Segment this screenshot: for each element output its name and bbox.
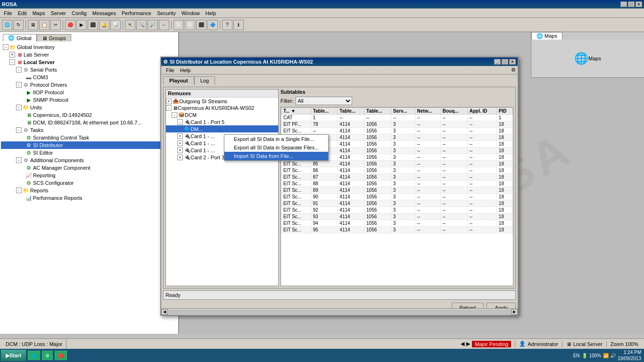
- toolbar-btn-19[interactable]: ?: [222, 20, 232, 30]
- taskbar-app-2[interactable]: ⚙: [42, 351, 53, 360]
- table-row[interactable]: EIT Sc... 95 4114 1056 3 -- -- -- 18: [281, 227, 513, 233]
- expander-card1-4[interactable]: +: [177, 148, 183, 153]
- expander-additional[interactable]: -: [16, 157, 22, 163]
- table-row[interactable]: EIT Sc... 94 4114 1056 3 -- -- -- 18: [281, 220, 513, 227]
- nav-next-icon[interactable]: ▶: [466, 341, 470, 347]
- toolbar-btn-13[interactable]: 🔎: [148, 20, 158, 30]
- maximize-btn[interactable]: □: [628, 1, 635, 7]
- minimize-btn[interactable]: _: [620, 1, 627, 7]
- toolbar-btn-4[interactable]: 📋: [39, 20, 50, 30]
- expander-local[interactable]: -: [9, 59, 15, 65]
- menu-edit[interactable]: Edit: [15, 9, 30, 17]
- tree-item-reports[interactable]: - 📁 Reports: [1, 187, 177, 194]
- tree-item-copernicus[interactable]: 🖥 Copernicus, ID:14924502: [1, 111, 177, 119]
- table-row[interactable]: EIT Sc... 90 4114 1056 3 -- -- -- 18: [281, 194, 513, 200]
- table-row[interactable]: CAT 1 -- -- -- -- -- -- 1: [281, 115, 513, 121]
- tree-item-si-editor[interactable]: ⚙ SI Editor: [1, 149, 177, 156]
- toolbar-btn-1[interactable]: 🌐: [2, 20, 12, 30]
- remux-item-dm[interactable]: 🔷 DM...: [166, 125, 278, 132]
- table-row[interactable]: EIT Sc... 86 4114 1056 3 -- -- -- 18: [281, 167, 513, 174]
- start-button[interactable]: ▶ Start: [1, 350, 26, 361]
- toolbar-btn-6[interactable]: 🔴: [65, 20, 75, 30]
- toolbar-btn-5[interactable]: ✂: [50, 20, 61, 30]
- tree-item-global-inventory[interactable]: - 📁 Global Inventory: [1, 43, 177, 51]
- toolbar-btn-16[interactable]: ⬜: [185, 20, 195, 30]
- expander-protocol[interactable]: -: [16, 82, 22, 88]
- expander-serial[interactable]: -: [16, 67, 22, 73]
- dialog-close-btn[interactable]: ×: [509, 59, 516, 65]
- toolbar-btn-18[interactable]: 🔷: [207, 20, 218, 30]
- tree-item-reporting[interactable]: 📈 Reporting: [1, 172, 177, 179]
- toolbar-btn-8[interactable]: ⬛: [88, 20, 98, 30]
- tree-item-perf-reports[interactable]: 📊 Performance Reports: [1, 194, 177, 202]
- toolbar-btn-12[interactable]: 🔍: [136, 20, 147, 30]
- tree-item-com3[interactable]: ▬ COM3: [1, 74, 177, 81]
- tree-item-iiop[interactable]: ▶ IIOP Protocol: [1, 89, 177, 96]
- ctx-import[interactable]: Import SI Data from File...: [224, 152, 328, 160]
- table-row[interactable]: EIT Sc... 93 4114 1056 3 -- -- -- 18: [281, 214, 513, 220]
- remux-item-dcm[interactable]: - 📦 DCM: [166, 111, 278, 118]
- expander-reports[interactable]: -: [16, 188, 22, 193]
- maps-tab[interactable]: 🌐 Maps: [531, 32, 562, 40]
- filter-select[interactable]: All EIT CAT NIT SDT: [296, 97, 352, 105]
- expander-outgoing[interactable]: +: [166, 99, 172, 104]
- table-row[interactable]: EIT Sc... 89 4114 1056 3 -- -- -- 18: [281, 187, 513, 194]
- tree-item-units[interactable]: - 📁 Units: [1, 104, 177, 111]
- tree-item-ac-manager[interactable]: ⚙ AC Manager Component: [1, 164, 177, 172]
- dialog-maximize-btn[interactable]: □: [502, 59, 508, 65]
- toolbar-btn-10[interactable]: 📊: [110, 20, 121, 30]
- toolbar-btn-11[interactable]: ↖: [125, 20, 135, 30]
- title-bar-controls[interactable]: _ □ ×: [620, 1, 642, 7]
- remux-item-outgoing[interactable]: + 📤 Outgoing SI Streams: [166, 98, 278, 105]
- taskbar-app-3[interactable]: 🔴: [55, 351, 67, 360]
- ctx-export-separate[interactable]: Export all SI Data in Separate Files...: [224, 143, 328, 152]
- tree-item-snmp[interactable]: ▶ SNMP Protocol: [1, 96, 177, 104]
- toolbar-btn-9[interactable]: 🔔: [99, 20, 109, 30]
- table-row[interactable]: EIT Sc... -- 4114 1056 3 -- -- -- 18: [281, 128, 513, 134]
- remux-item-card1-port5[interactable]: - 🔌 Card 1 - Port 5: [166, 118, 278, 125]
- dialog-controls[interactable]: _ □ ×: [494, 59, 516, 65]
- dialog-menu-file[interactable]: File: [163, 67, 177, 74]
- dialog-minimize-btn[interactable]: _: [494, 59, 501, 65]
- table-row[interactable]: EIT Sc... 91 4114 1056 3 -- -- -- 18: [281, 200, 513, 207]
- menu-config[interactable]: Config: [69, 9, 90, 17]
- menu-server[interactable]: Server: [48, 9, 69, 17]
- toolbar-btn-7[interactable]: ▶: [76, 20, 87, 30]
- tree-item-protocol-drivers[interactable]: - ⚙ Protocol Drivers: [1, 81, 177, 89]
- tree-item-lab-server[interactable]: + 🖥 Lab Server: [1, 51, 177, 58]
- tree-item-si-distributor[interactable]: ⚙ SI Distributor: [1, 141, 177, 149]
- menu-security[interactable]: Security: [154, 9, 179, 17]
- expander-copernicus[interactable]: -: [166, 105, 172, 111]
- taskbar-app-1[interactable]: 🌐: [28, 351, 40, 360]
- expander-global[interactable]: -: [3, 44, 8, 50]
- expander-dcm[interactable]: -: [172, 112, 177, 118]
- expander-tasks[interactable]: -: [16, 127, 22, 133]
- tab-log[interactable]: Log: [194, 76, 215, 85]
- toolbar-btn-20[interactable]: ℹ: [233, 20, 244, 30]
- expander-card1-3[interactable]: +: [177, 140, 183, 146]
- tab-global[interactable]: 🌐 Global: [3, 34, 37, 41]
- tree-item-serial-ports[interactable]: - ⚙ Serial Ports: [1, 66, 177, 74]
- table-row[interactable]: EIT PF... 78 4114 1056 3 -- -- -- 18: [281, 121, 513, 128]
- menu-file[interactable]: File: [1, 9, 15, 17]
- remux-item-copernicus[interactable]: - 🖥 Copernicus At KUSRIDHA-WS02: [166, 105, 278, 111]
- nav-prev-icon[interactable]: ◀: [461, 341, 464, 347]
- tab-groups[interactable]: 🖥 Groups: [37, 34, 71, 41]
- menu-messages[interactable]: Messages: [90, 9, 119, 17]
- expander-units[interactable]: -: [16, 105, 22, 110]
- menu-help[interactable]: Help: [203, 9, 219, 17]
- table-row[interactable]: EIT Sc... 88 4114 1056 3 -- -- -- 18: [281, 181, 513, 187]
- expander-card1-2[interactable]: +: [177, 133, 183, 139]
- tree-item-tasks[interactable]: - ⚙ Tasks: [1, 126, 177, 134]
- expander-lab[interactable]: +: [9, 52, 15, 58]
- menu-maps[interactable]: Maps: [30, 9, 48, 17]
- toolbar-btn-15[interactable]: ⬜: [173, 20, 184, 30]
- toolbar-btn-3[interactable]: 🖥: [28, 20, 38, 30]
- close-btn[interactable]: ×: [636, 1, 642, 7]
- tree-item-local-server[interactable]: - 🖥 Local Server: [1, 58, 177, 66]
- tree-item-scs-config[interactable]: ⚙ SCS Configurator: [1, 179, 177, 187]
- tree-item-additional[interactable]: - ⚙ Additional Components: [1, 156, 177, 164]
- table-row[interactable]: EIT Sc... 87 4114 1056 3 -- -- -- 18: [281, 174, 513, 181]
- expander-card2[interactable]: +: [177, 155, 183, 160]
- table-row[interactable]: EIT Sc... 92 4114 1056 3 -- -- -- 18: [281, 207, 513, 214]
